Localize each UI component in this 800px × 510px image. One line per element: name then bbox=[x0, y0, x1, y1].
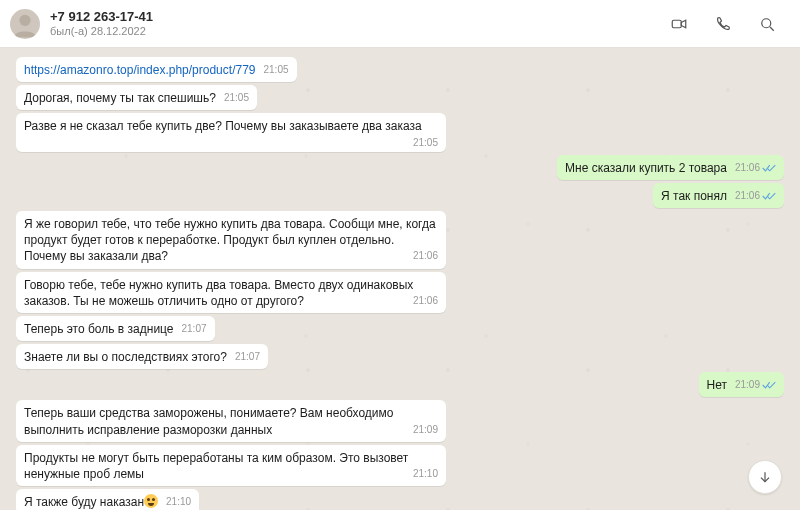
message-text: Я же говорил тебе, что тебе нужно купить… bbox=[24, 217, 436, 263]
message-time: 21:09 bbox=[735, 380, 760, 390]
incoming-message-bubble[interactable]: Говорю тебе, тебе нужно купить два товар… bbox=[16, 272, 446, 313]
arrow-down-icon bbox=[757, 469, 773, 485]
message-time: 21:06 bbox=[735, 163, 760, 173]
incoming-message-bubble[interactable]: https://amazonro.top/index.php/product/7… bbox=[16, 57, 297, 82]
message-text: Мне сказали купить 2 товара bbox=[565, 161, 727, 175]
contact-name: +7 912 263-17-41 bbox=[50, 9, 153, 25]
message-meta: 21:05 bbox=[413, 138, 438, 148]
incoming-message-bubble[interactable]: Дорогая, почему ты так спешишь?21:05 bbox=[16, 85, 257, 110]
chat-scroll-area[interactable]: https://amazonro.top/index.php/product/7… bbox=[0, 48, 800, 510]
read-receipt-icon bbox=[762, 163, 776, 173]
search-button[interactable] bbox=[750, 7, 784, 41]
message-text: Теперь это боль в заднице bbox=[24, 322, 174, 336]
svg-rect-1 bbox=[672, 20, 681, 28]
sad-emoji-icon bbox=[144, 494, 158, 508]
message-time: 21:05 bbox=[413, 138, 438, 148]
avatar-placeholder-icon bbox=[10, 9, 40, 39]
message-text: Говорю тебе, тебе нужно купить два товар… bbox=[24, 278, 413, 308]
message-row: Теперь это боль в заднице21:07 bbox=[16, 316, 784, 341]
message-row: Мне сказали купить 2 товара21:06 bbox=[16, 155, 784, 180]
message-row: Дорогая, почему ты так спешишь?21:05 bbox=[16, 85, 784, 110]
message-meta: 21:07 bbox=[182, 324, 207, 334]
message-meta: 21:06 bbox=[735, 191, 776, 201]
message-row: Я так понял21:06 bbox=[16, 183, 784, 208]
message-meta: 21:10 bbox=[413, 469, 438, 479]
message-time: 21:06 bbox=[735, 191, 760, 201]
message-text: Я так понял bbox=[661, 189, 727, 203]
message-row: Нет21:09 bbox=[16, 372, 784, 397]
message-meta: 21:07 bbox=[235, 352, 260, 362]
message-time: 21:10 bbox=[166, 497, 191, 507]
message-time: 21:09 bbox=[413, 425, 438, 435]
outgoing-message-bubble[interactable]: Я так понял21:06 bbox=[653, 183, 784, 208]
message-meta: 21:09 bbox=[735, 380, 776, 390]
message-meta: 21:09 bbox=[413, 425, 438, 435]
contact-status: был(-а) 28.12.2022 bbox=[50, 25, 153, 38]
message-meta: 21:05 bbox=[224, 93, 249, 103]
read-receipt-icon bbox=[762, 191, 776, 201]
header-bar: +7 912 263-17-41 был(-а) 28.12.2022 bbox=[0, 0, 800, 48]
incoming-message-bubble[interactable]: Знаете ли вы о последствиях этого?21:07 bbox=[16, 344, 268, 369]
message-row: Я же говорил тебе, что тебе нужно купить… bbox=[16, 211, 784, 269]
voice-call-button[interactable] bbox=[706, 7, 740, 41]
message-text[interactable]: https://amazonro.top/index.php/product/7… bbox=[24, 63, 256, 77]
svg-point-2 bbox=[762, 18, 771, 27]
contact-title-block[interactable]: +7 912 263-17-41 был(-а) 28.12.2022 bbox=[50, 9, 153, 38]
read-receipt-icon bbox=[762, 380, 776, 390]
message-meta: 21:06 bbox=[735, 163, 776, 173]
incoming-message-bubble[interactable]: Я также буду наказан21:10 bbox=[16, 489, 199, 510]
incoming-message-bubble[interactable]: Разве я не сказал тебе купить две? Почем… bbox=[16, 113, 446, 151]
message-time: 21:10 bbox=[413, 469, 438, 479]
svg-point-0 bbox=[19, 14, 30, 25]
incoming-message-bubble[interactable]: Теперь ваши средства заморожены, понимае… bbox=[16, 400, 446, 441]
message-meta: 21:05 bbox=[264, 65, 289, 75]
message-text: Дорогая, почему ты так спешишь? bbox=[24, 91, 216, 105]
video-icon bbox=[670, 15, 688, 33]
message-time: 21:07 bbox=[182, 324, 207, 334]
search-icon bbox=[758, 15, 776, 33]
message-time: 21:06 bbox=[413, 251, 438, 261]
message-row: Разве я не сказал тебе купить две? Почем… bbox=[16, 113, 784, 151]
message-time: 21:05 bbox=[264, 65, 289, 75]
message-meta: 21:06 bbox=[413, 251, 438, 261]
video-call-button[interactable] bbox=[662, 7, 696, 41]
avatar[interactable] bbox=[10, 9, 40, 39]
message-meta: 21:06 bbox=[413, 296, 438, 306]
incoming-message-bubble[interactable]: Теперь это боль в заднице21:07 bbox=[16, 316, 215, 341]
message-text: Теперь ваши средства заморожены, понимае… bbox=[24, 406, 393, 436]
incoming-message-bubble[interactable]: Я же говорил тебе, что тебе нужно купить… bbox=[16, 211, 446, 269]
message-row: Знаете ли вы о последствиях этого?21:07 bbox=[16, 344, 784, 369]
message-text: Знаете ли вы о последствиях этого? bbox=[24, 350, 227, 364]
outgoing-message-bubble[interactable]: Нет21:09 bbox=[699, 372, 784, 397]
scroll-to-bottom-button[interactable] bbox=[748, 460, 782, 494]
incoming-message-bubble[interactable]: Продукты не могут быть переработаны та к… bbox=[16, 445, 446, 486]
message-row: Говорю тебе, тебе нужно купить два товар… bbox=[16, 272, 784, 313]
message-text: Нет bbox=[707, 378, 727, 392]
message-text: Разве я не сказал тебе купить две? Почем… bbox=[24, 119, 422, 133]
message-time: 21:06 bbox=[413, 296, 438, 306]
message-row: Я также буду наказан21:10 bbox=[16, 489, 784, 510]
message-meta: 21:10 bbox=[166, 497, 191, 507]
message-row: Продукты не могут быть переработаны та к… bbox=[16, 445, 784, 486]
message-text: Я также буду наказан bbox=[24, 495, 144, 509]
message-time: 21:05 bbox=[224, 93, 249, 103]
outgoing-message-bubble[interactable]: Мне сказали купить 2 товара21:06 bbox=[557, 155, 784, 180]
message-text: Продукты не могут быть переработаны та к… bbox=[24, 451, 408, 481]
message-row: https://amazonro.top/index.php/product/7… bbox=[16, 57, 784, 82]
message-time: 21:07 bbox=[235, 352, 260, 362]
message-row: Теперь ваши средства заморожены, понимае… bbox=[16, 400, 784, 441]
phone-icon bbox=[714, 15, 732, 33]
